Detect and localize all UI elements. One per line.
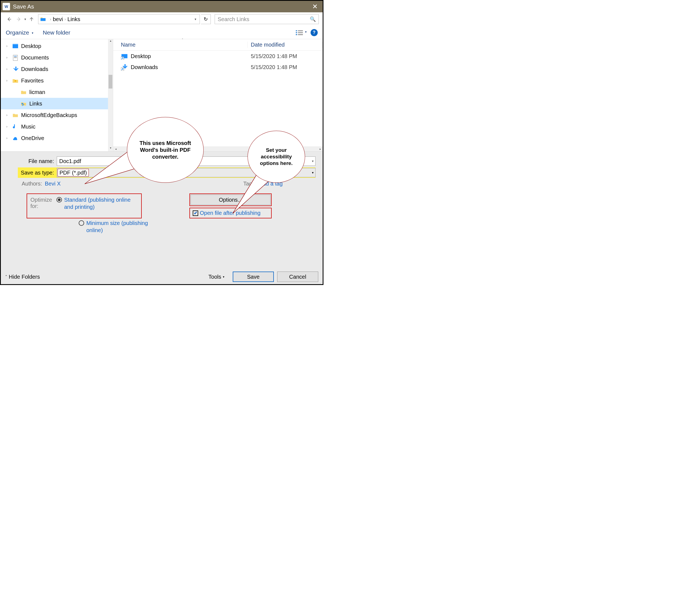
chevron-down-icon[interactable]: ▾ [312,159,314,163]
column-name[interactable]: Name [113,42,248,48]
refresh-button[interactable]: ↻ [201,14,211,24]
callout-tail [231,176,264,215]
list-row[interactable]: Desktop 5/15/2020 1:48 PM [113,51,322,62]
list-header[interactable]: Name Date modified [113,39,322,51]
chevron-up-icon[interactable]: ˄ [5,274,7,279]
tree-item: ›Music [1,121,113,132]
tree-item: licman [1,86,113,98]
cancel-button[interactable]: Cancel [277,271,318,282]
folder-tree[interactable]: ›Desktop ›Documents ›Downloads ›Favorite… [1,39,113,151]
optimize-label: Optimize for: [30,196,54,216]
help-icon[interactable]: ? [311,29,318,36]
svg-rect-4 [296,34,297,35]
tree-item: ›Downloads [1,63,113,75]
callout-accessibility: Set your accessibility options here. [248,131,305,183]
shortcut-icon [121,53,128,60]
svg-rect-2 [296,32,297,33]
word-icon: W [2,3,10,10]
toolbar: Organize ▾ New folder ▾ ? [1,26,322,39]
chevron-down-icon: ▾ [32,31,34,35]
back-button[interactable] [5,15,13,24]
svg-rect-7 [13,44,18,45]
shortcut-icon [121,64,128,71]
radio-icon [56,197,62,202]
svg-rect-5 [298,34,303,35]
forward-button[interactable] [14,15,23,24]
optimize-box: Optimize for: Standard (publishing onlin… [27,193,142,218]
svg-rect-10 [14,57,17,57]
up-button[interactable] [27,15,36,24]
history-dropdown-icon[interactable]: ▾ [24,17,26,21]
tree-item: ›Favorites [1,75,113,86]
chevron-down-icon: ▾ [305,30,307,34]
breadcrumb-part[interactable]: Links [67,16,80,23]
filename-label: File name: [5,158,57,164]
tree-item: ›Desktop [1,40,113,52]
chevron-right-icon: › [50,17,51,22]
tree-item: ›Documents [1,52,113,63]
new-folder-button[interactable]: New folder [43,29,70,36]
dialog-footer: ˄ Hide Folders Tools▾ Save Cancel [5,271,318,282]
close-icon[interactable]: ✕ [311,3,319,10]
folder-icon [40,16,46,22]
title-bar: W Save As ✕ [1,1,322,12]
authors-value[interactable]: Bevi X [45,180,61,187]
organize-menu[interactable]: Organize ▾ [6,29,34,36]
saveastype-label: Save as type: [18,170,57,176]
svg-rect-1 [298,30,303,31]
search-input[interactable]: Search Links 🔍 [215,14,319,24]
breadcrumb-part[interactable]: bevi [53,16,63,23]
tree-item-selected: Links [1,98,113,109]
radio-minimum[interactable]: Minimum size (publishing online) [79,219,150,234]
checkbox-icon[interactable]: ✔ [193,211,198,216]
chevron-down-icon[interactable]: ▾ [312,171,314,175]
hide-folders-button[interactable]: Hide Folders [9,274,40,280]
window-title: Save As [13,3,34,10]
callout-pdf-converter: This uses Microsoft Word's built-in PDF … [127,117,204,183]
svg-rect-6 [13,44,18,48]
list-row[interactable]: Downloads 5/15/2020 1:48 PM [113,62,322,72]
address-dropdown-icon[interactable]: ▾ [193,17,198,21]
radio-icon [79,220,84,226]
resize-grip-icon[interactable]: ⋰ [319,281,321,285]
search-icon: 🔍 [310,16,316,22]
tree-item: ›OneDrive [1,132,113,144]
callout-tail [83,168,132,196]
column-modified[interactable]: Date modified [248,42,322,48]
authors-label: Authors: [22,180,42,187]
svg-rect-11 [14,57,17,58]
address-bar[interactable]: › bevi › Links ▾ [38,14,200,24]
search-placeholder: Search Links [217,16,310,23]
tree-scrollbar[interactable]: ▴▾ [108,39,113,151]
save-button[interactable]: Save [233,271,274,282]
save-as-dialog: W Save As ✕ ▾ › bevi › Links ▾ ↻ Search … [0,0,324,285]
radio-standard[interactable]: Standard (publishing online and printing… [56,196,138,211]
view-options-button[interactable]: ▾ [296,30,307,35]
chevron-right-icon: › [64,17,66,22]
sort-indicator-icon: ˄ [182,38,183,42]
svg-rect-0 [296,30,297,31]
nav-row: ▾ › bevi › Links ▾ ↻ Search Links 🔍 [1,12,322,26]
svg-rect-3 [298,32,303,33]
tools-menu[interactable]: Tools▾ [208,274,224,280]
svg-rect-9 [14,56,17,56]
tree-item: ›MicrosoftEdgeBackups [1,109,113,121]
